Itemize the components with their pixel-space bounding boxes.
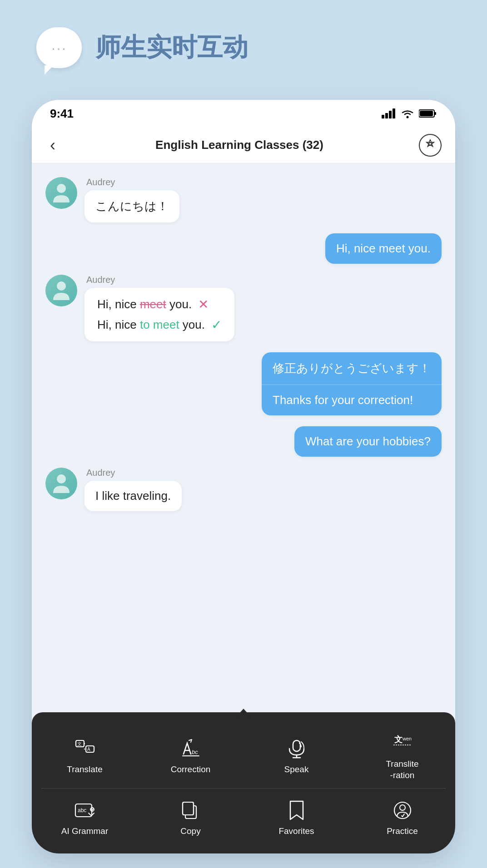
message-bubble-traveling: I like traveling. xyxy=(84,481,182,511)
speak-label: Speak xyxy=(284,764,309,775)
translate-icon: 文 A xyxy=(75,738,95,760)
copy-icon xyxy=(181,799,201,821)
phone-frame: 9:41 xyxy=(32,100,455,853)
nav-title: English Learning Classes (32) xyxy=(69,138,410,152)
page-background: ··· 师生实时互动 9:41 xyxy=(0,0,487,868)
speak-icon xyxy=(287,738,307,760)
settings-button[interactable] xyxy=(419,134,442,157)
svg-text:A: A xyxy=(87,747,90,752)
message-content: Audrey I like traveling. xyxy=(84,468,182,511)
avatar xyxy=(45,177,77,209)
status-icons xyxy=(382,108,437,118)
sender-name: Audrey xyxy=(86,177,179,187)
message-content: Audrey こんにちは！ xyxy=(84,177,179,222)
menu-item-practice[interactable]: Practice xyxy=(349,789,455,844)
correction-right-line: Hi, nice to meet you. ✓ xyxy=(97,317,222,332)
bubble-line1: 修正ありがとうございます！ xyxy=(262,352,442,385)
svg-text:bc: bc xyxy=(192,749,198,755)
abc-correction-icon: bc xyxy=(180,738,202,760)
svg-point-11 xyxy=(57,474,66,483)
ai-grammar-icon: abc xyxy=(74,799,96,821)
favorites-label: Favorites xyxy=(278,826,314,837)
correction-label: Correction xyxy=(171,764,211,775)
message-row-hobbies: What are your hobbies? xyxy=(45,426,442,457)
svg-point-10 xyxy=(57,281,66,291)
transliteration-label: Translite -ration xyxy=(386,759,418,781)
favorites-icon xyxy=(288,799,305,821)
menu-item-ai-grammar[interactable]: abc AI Grammar xyxy=(32,789,138,844)
correction-wrong-line: Hi, nice meet you. ✕ xyxy=(97,297,222,312)
message-row-traveling: Audrey I like traveling. xyxy=(45,468,442,511)
wifi-icon xyxy=(401,108,414,118)
sender-name: Audrey xyxy=(86,275,234,285)
svg-rect-0 xyxy=(382,115,384,118)
correction-bubble: Hi, nice meet you. ✕ Hi, nice to meet yo… xyxy=(84,288,234,341)
message-content: What are your hobbies? xyxy=(294,426,442,457)
chat-area: Audrey こんにちは！ Hi, nice meet you. xyxy=(32,163,455,735)
settings-icon xyxy=(424,139,437,152)
svg-text:wen: wen xyxy=(402,736,412,741)
sender-name: Audrey xyxy=(86,468,182,478)
svg-rect-7 xyxy=(420,111,433,116)
bubble-line2: Thanks for your correction! xyxy=(262,385,442,415)
svg-rect-1 xyxy=(385,113,388,118)
check-mark-icon: ✓ xyxy=(211,317,222,332)
message-bubble: こんにちは！ xyxy=(84,190,179,222)
message-row-multi: 修正ありがとうございます！ Thanks for your correction… xyxy=(45,352,442,415)
menu-item-transliteration[interactable]: 文 wen Translite -ration xyxy=(349,721,455,788)
menu-item-speak[interactable]: Speak xyxy=(244,721,349,788)
page-header: ··· 师生实时互动 xyxy=(0,0,487,86)
avatar xyxy=(45,275,77,306)
menu-item-translate[interactable]: 文 A Translate xyxy=(32,721,138,788)
svg-text:文: 文 xyxy=(77,741,82,746)
menu-item-copy[interactable]: Copy xyxy=(138,789,244,844)
copy-label: Copy xyxy=(180,826,200,837)
menu-row-2: abc AI Grammar xyxy=(32,789,455,844)
svg-rect-26 xyxy=(183,802,194,815)
battery-icon xyxy=(419,108,437,118)
svg-point-4 xyxy=(407,116,409,118)
status-bar: 9:41 xyxy=(32,100,455,127)
svg-text:abc: abc xyxy=(78,807,86,814)
message-content: Hi, nice meet you. xyxy=(325,233,442,264)
practice-icon xyxy=(393,799,412,821)
translate-label: Translate xyxy=(67,764,103,775)
status-time: 9:41 xyxy=(50,107,74,121)
message-row-sent: Hi, nice meet you. xyxy=(45,233,442,264)
svg-point-9 xyxy=(57,184,66,193)
svg-point-8 xyxy=(429,143,432,145)
transliteration-icon: 文 wen xyxy=(392,732,413,754)
menu-row-1: 文 A Translate xyxy=(32,721,455,788)
context-menu: 文 A Translate xyxy=(32,712,455,853)
message-bubble-multi: 修正ありがとうございます！ Thanks for your correction… xyxy=(262,352,442,415)
chat-bubble-icon: ··· xyxy=(36,27,82,68)
wrong-word: meet xyxy=(140,297,166,311)
message-content-correction: Audrey Hi, nice meet you. ✕ Hi, nice to … xyxy=(84,275,234,341)
header-title: 师生实时互动 xyxy=(95,30,248,65)
svg-rect-6 xyxy=(434,112,436,115)
menu-item-favorites[interactable]: Favorites xyxy=(244,789,349,844)
svg-rect-2 xyxy=(389,111,392,118)
signal-icon xyxy=(382,108,396,118)
svg-rect-17 xyxy=(293,740,300,751)
message-content: 修正ありがとうございます！ Thanks for your correction… xyxy=(262,352,442,415)
avatar xyxy=(45,468,77,499)
menu-item-correction[interactable]: bc Correction xyxy=(138,721,244,788)
svg-text:文: 文 xyxy=(394,735,403,744)
ai-grammar-label: AI Grammar xyxy=(61,826,108,837)
back-button[interactable]: ‹ xyxy=(45,131,60,159)
nav-bar: ‹ English Learning Classes (32) xyxy=(32,127,455,163)
message-row-correction: Audrey Hi, nice meet you. ✕ Hi, nice to … xyxy=(45,275,442,341)
svg-point-29 xyxy=(400,805,405,810)
message-bubble-hobbies: What are your hobbies? xyxy=(294,426,442,457)
svg-rect-3 xyxy=(393,108,395,118)
message-row: Audrey こんにちは！ xyxy=(45,177,442,222)
message-bubble-sent: Hi, nice meet you. xyxy=(325,233,442,264)
x-mark-icon: ✕ xyxy=(198,297,209,312)
correct-word: to meet xyxy=(140,318,179,331)
practice-label: Practice xyxy=(387,826,418,837)
